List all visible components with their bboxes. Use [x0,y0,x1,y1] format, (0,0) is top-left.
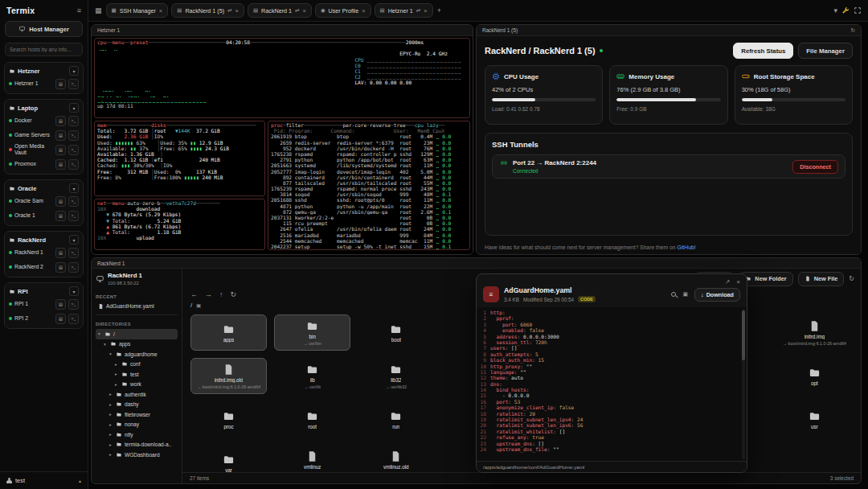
file-tile-lib[interactable]: lib→ usr/lib [274,358,350,394]
host-terminal-button[interactable]: >_ [68,130,79,141]
split-view-icon[interactable]: ⇄ [416,7,420,14]
tab-hetzner-1[interactable]: ▤Hetzner 1⇄× [375,3,433,18]
tab-racknerd-1-5[interactable]: ▤RackNerd 1 (5)⇄× [171,3,244,18]
host-terminal-button[interactable]: >_ [68,248,79,258]
tree-item-[interactable]: ▾/ [96,329,178,339]
host-game-servers[interactable]: Game Servers▤>_ [7,128,80,142]
split-view-icon[interactable]: ⇄ [227,7,231,14]
file-tile-usr[interactable]: usr [776,401,853,438]
new-tab-button[interactable]: + [437,6,441,14]
group-header-racknerd[interactable]: RackNerd▾ [7,234,80,245]
host-terminal-button[interactable]: >_ [68,262,79,273]
recent-file-adguardhome-yaml[interactable]: AdGuardHome.yaml [96,302,178,312]
tree-item-work[interactable]: ▸work [96,380,178,390]
split-panel-icon[interactable]: ▣ [682,291,688,298]
file-tile-vmlinuz[interactable]: vmlinuz→ boot/vmlinuz-6.1.0-26-amd64 [274,445,350,472]
tree-item-wgdashboard[interactable]: ▸WGDashboard [96,450,178,460]
code-viewer[interactable]: 1http:2 pprof:3 port: 60604 enabled: fal… [477,307,747,461]
chevron-down-icon[interactable]: ▾ [69,103,79,113]
panel-refresh-icon[interactable]: ↻ [850,27,855,34]
group-header-oracle[interactable]: Oracle▾ [7,183,80,194]
tree-item-dashy[interactable]: ▸dashy [96,400,178,410]
host-proxmox[interactable]: Proxmox▤>_ [7,157,80,171]
host-oracle-1[interactable]: Oracle 1▤>_ [7,208,80,223]
chevron-down-icon[interactable]: ▾ [69,183,79,193]
host-window-button[interactable]: ▤ [55,159,66,170]
host-window-button[interactable]: ▤ [55,79,66,89]
tab-close-icon[interactable]: × [424,7,427,14]
host-window-button[interactable]: ▤ [55,145,66,155]
host-racknerd-2[interactable]: RackNerd 2▤>_ [7,260,80,274]
host-window-button[interactable]: ▤ [55,314,66,324]
tab-user-profile[interactable]: ◉User Profile× [315,3,371,18]
tab-racknerd-1[interactable]: ▤RackNerd 1⇄× [248,3,312,18]
tab-close-icon[interactable]: × [235,7,239,14]
host-terminal-button[interactable]: >_ [68,299,79,310]
search-icon[interactable] [671,292,676,297]
terminal[interactable]: cpu──menu──preset───────────────────────… [92,36,473,254]
host-oracle-sam[interactable]: Oracle Sam▤>_ [7,194,80,208]
forward-icon[interactable]: → [205,290,212,298]
split-view-icon[interactable]: ⇄ [295,7,299,14]
host-terminal-button[interactable]: >_ [68,79,79,89]
fullscreen-icon[interactable] [854,6,862,14]
host-rpi-2[interactable]: RPI 2▤>_ [7,311,80,326]
host-window-button[interactable]: ▤ [55,248,66,258]
host-window-button[interactable]: ▤ [55,196,66,207]
wrench-icon[interactable] [841,6,850,14]
host-window-button[interactable]: ▤ [55,299,66,310]
download-button[interactable]: ↓ Download [694,288,740,302]
scrollbar-thumb[interactable] [742,310,745,360]
file-tile-initrd-img-old[interactable]: initrd.img.old→ boot/initrd.img-6.1.0-26… [190,358,267,394]
host-terminal-button[interactable]: >_ [68,145,79,155]
close-icon[interactable]: × [737,277,740,286]
file-tile-bin[interactable]: bin→ usr/bin [274,314,350,351]
sidebar-menu-icon[interactable]: ≡ [77,6,81,14]
host-terminal-button[interactable]: >_ [68,211,79,221]
group-header-laptop[interactable]: Laptop▾ [7,102,80,113]
chevron-down-icon[interactable]: ▾ [69,235,79,244]
disconnect-button[interactable]: Disconnect [792,160,838,174]
tree-item-authentik[interactable]: ▸authentik [96,389,178,400]
file-tile-initrd-img[interactable]: initrd.img→ boot/initrd.img-6.1.0-26-amd… [776,314,853,351]
group-header-rpi[interactable]: RPI▾ [7,286,80,297]
scrollbar[interactable] [742,309,745,459]
tab-close-icon[interactable]: × [159,7,162,14]
up-directory-icon[interactable]: ↑ [219,290,223,298]
file-tile-root[interactable]: root [274,401,350,438]
host-terminal-button[interactable]: >_ [68,196,79,207]
tree-item-termia-download-a[interactable]: ▸termia-download-a.. [96,440,178,450]
tab-ssh-manager[interactable]: ▦SSH Manager× [106,3,169,18]
chevron-down-icon[interactable]: ▾ [69,286,79,296]
host-window-button[interactable]: ▤ [55,262,66,273]
tree-item-conf[interactable]: ▸conf [96,360,178,370]
host-rpi-1[interactable]: RPI 1▤>_ [7,297,80,311]
tab-close-icon[interactable]: × [303,7,306,14]
file-tile-var[interactable]: var [190,445,267,472]
host-terminal-button[interactable]: >_ [68,116,79,126]
new-file-button[interactable]: New File [798,272,845,286]
user-menu[interactable]: test ▴ [0,471,88,489]
back-icon[interactable]: ← [190,290,198,298]
tree-item-test[interactable]: ▸test [96,369,178,380]
host-hetzner-1[interactable]: Hetzner 1▤>_ [7,76,80,91]
host-racknerd-1[interactable]: RackNerd 1▤>_ [7,245,80,260]
host-terminal-button[interactable]: >_ [68,314,79,324]
chevron-down-icon[interactable]: ▾ [833,6,837,14]
host-manager-button[interactable]: Host Manager [5,21,83,37]
file-manager-button[interactable]: File Manager [798,43,853,59]
tree-item-nonay[interactable]: ▸nonay [96,420,178,430]
host-window-button[interactable]: ▤ [55,130,66,141]
tab-close-icon[interactable]: × [362,7,365,14]
file-tile-opt[interactable]: opt [776,358,853,394]
tree-item-ntfy[interactable]: ▸ntfy [96,429,178,440]
file-tile-apps[interactable]: apps [190,314,267,351]
host-terminal-button[interactable]: >_ [68,159,79,170]
tree-item-filebrowser[interactable]: ▸filebrowser [96,409,178,420]
host-docker[interactable]: Docker▤>_ [7,113,80,128]
host-window-button[interactable]: ▤ [55,116,66,126]
file-tile-proc[interactable]: proc [190,401,267,438]
refresh-icon[interactable]: ↻ [849,275,854,282]
file-tile-lib32[interactable]: lib32→ usr/lib32 [358,358,434,394]
copy-path-icon[interactable]: ▣ [196,302,201,309]
